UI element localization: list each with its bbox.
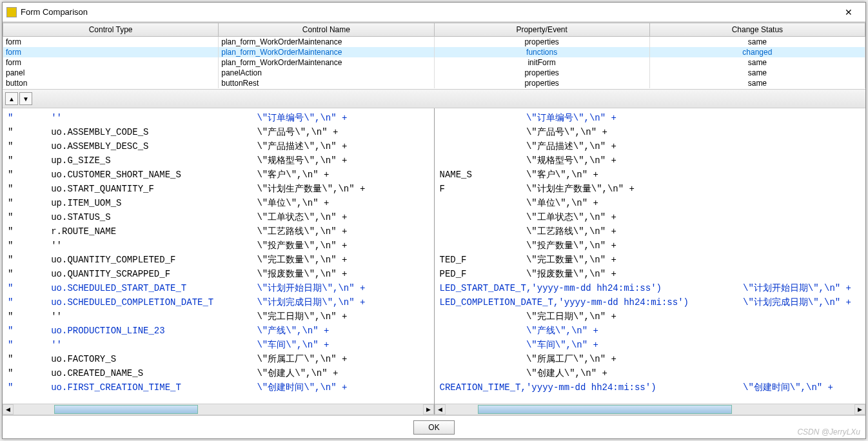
code-line: TED_F \"完工数量\",\n" + [440, 253, 866, 267]
cell: same [649, 57, 865, 68]
cell: form [3, 47, 219, 57]
diff-pane-right[interactable]: \"订单编号\",\n" + \"产品号\",\n" + \"产品描述\",\n… [435, 108, 866, 415]
code-line: " uo.CUSTOMER_SHORT_NAME_S \"客户\",\n" + [8, 168, 434, 182]
button-bar: OK CSDN @JerryLXu [3, 415, 865, 438]
code-line: " uo.START_QUANTITY_F \"计划生产数量\",\n" + [8, 182, 434, 196]
code-line: \"完工日期\",\n" + [440, 309, 866, 324]
cell: properties [434, 68, 649, 78]
hscroll-right[interactable]: ◀▶ [435, 404, 866, 415]
code-line: LED_START_DATE_T,'yyyy-mm-dd hh24:mi:ss'… [440, 281, 866, 295]
code-line: " uo.ASSEMBLY_CODE_S \"产品号\",\n" + [8, 125, 434, 139]
window-title: Form Comparison [21, 7, 88, 17]
code-line: " '' \"订单编号\",\n" + [8, 111, 434, 125]
code-line: \"所属工厂\",\n" + [440, 352, 866, 366]
code-line: \"工单状态\",\n" + [440, 210, 866, 224]
col-header-0[interactable]: Control Type [3, 23, 219, 37]
code-line: NAME_S \"客户\",\n" + [440, 168, 866, 182]
code-line: CREATION_TIME_T,'yyyy-mm-dd hh24:mi:ss')… [440, 380, 866, 395]
code-line: " uo.QUANTITY_COMPLETED_F \"完工数量\",\n" + [8, 253, 434, 267]
code-line: " uo.CREATED_NAME_S \"创建人\",\n" + [8, 366, 434, 380]
close-button[interactable]: ✕ [836, 4, 862, 21]
code-line: \"工艺路线\",\n" + [440, 224, 866, 239]
cell: initForm [434, 57, 649, 68]
code-line: \"单位\",\n" + [440, 196, 866, 210]
cell: panelAction [219, 68, 434, 78]
table-row[interactable]: formplan_form_WorkOrderMaintenanceinitFo… [3, 57, 865, 68]
cell: form [3, 37, 219, 48]
col-header-3[interactable]: Change Status [649, 23, 865, 37]
code-line: \"车间\",\n" + [440, 338, 866, 352]
code-line: " uo.SCHEDULED_START_DATE_T \"计划开始日期\",\… [8, 281, 434, 295]
cell: properties [434, 78, 649, 88]
cell: buttonRest [219, 78, 434, 88]
table-row[interactable]: buttonbuttonRestpropertiessame [3, 78, 865, 88]
watermark: CSDN @JerryLXu [797, 427, 860, 436]
hscroll-left[interactable]: ◀▶ [3, 404, 434, 415]
titlebar: Form Comparison ✕ [3, 3, 865, 22]
cell: changed [649, 47, 865, 57]
cell: button [3, 78, 219, 88]
code-line: " r.ROUTE_NAME \"工艺路线\",\n" + [8, 224, 434, 239]
code-line: LED_COMPLETION_DATE_T,'yyyy-mm-dd hh24:m… [440, 295, 866, 309]
cell: panel [3, 68, 219, 78]
cell: plan_form_WorkOrderMaintenance [219, 47, 434, 57]
cell: plan_form_WorkOrderMaintenance [219, 57, 434, 68]
comparison-table: Control TypeControl NameProperty/EventCh… [3, 22, 865, 89]
code-line: " uo.PRODUCTION_LINE_23 \"产线\",\n" + [8, 324, 434, 338]
cell: form [3, 57, 219, 68]
table-row[interactable]: formplan_form_WorkOrderMaintenancefuncti… [3, 47, 865, 57]
code-line: \"产品号\",\n" + [440, 125, 866, 139]
diff-area: " '' \"订单编号\",\n" +" uo.ASSEMBLY_CODE_S … [3, 108, 865, 415]
code-line: " '' \"完工日期\",\n" + [8, 309, 434, 324]
code-line: \"产品描述\",\n" + [440, 139, 866, 153]
cell: same [649, 68, 865, 78]
code-line: " uo.STATUS_S \"工单状态\",\n" + [8, 210, 434, 224]
code-line: \"订单编号\",\n" + [440, 111, 866, 125]
form-comparison-window: Form Comparison ✕ Control TypeControl Na… [2, 2, 866, 439]
code-line: " uo.QUANTITY_SCRAPPED_F \"报废数量\",\n" + [8, 267, 434, 281]
code-line: " uo.ASSEMBLY_DESC_S \"产品描述\",\n" + [8, 139, 434, 153]
code-line: \"规格型号\",\n" + [440, 153, 866, 168]
code-line: " '' \"投产数量\",\n" + [8, 239, 434, 253]
code-line: " up.G_SIZE_S \"规格型号\",\n" + [8, 153, 434, 168]
code-line: " uo.FACTORY_S \"所属工厂\",\n" + [8, 352, 434, 366]
cell: same [649, 78, 865, 88]
cell: properties [434, 37, 649, 48]
diff-toolbar: ▲ ▼ [3, 89, 865, 108]
next-diff-button[interactable]: ▼ [19, 92, 32, 105]
app-icon [6, 7, 17, 17]
cell: functions [434, 47, 649, 57]
table-row[interactable]: panelpanelActionpropertiessame [3, 68, 865, 78]
code-line: \"创建人\",\n" + [440, 366, 866, 380]
col-header-1[interactable]: Control Name [219, 23, 434, 37]
code-line: " uo.SCHEDULED_COMPLETION_DATE_T \"计划完成日… [8, 295, 434, 309]
code-line: F \"计划生产数量\",\n" + [440, 182, 866, 196]
diff-pane-left[interactable]: " '' \"订单编号\",\n" +" uo.ASSEMBLY_CODE_S … [3, 108, 435, 415]
ok-button[interactable]: OK [413, 420, 454, 435]
table-row[interactable]: formplan_form_WorkOrderMaintenanceproper… [3, 37, 865, 48]
code-line: \"投产数量\",\n" + [440, 239, 866, 253]
col-header-2[interactable]: Property/Event [434, 23, 649, 37]
cell: plan_form_WorkOrderMaintenance [219, 37, 434, 48]
prev-diff-button[interactable]: ▲ [5, 92, 18, 105]
code-line: " uo.FIRST_CREATION_TIME_T \"创建时间\",\n" … [8, 380, 434, 395]
code-line: PED_F \"报废数量\",\n" + [440, 267, 866, 281]
cell: same [649, 37, 865, 48]
code-line: \"产线\",\n" + [440, 324, 866, 338]
code-line: " up.ITEM_UOM_S \"单位\",\n" + [8, 196, 434, 210]
code-line: " '' \"车间\",\n" + [8, 338, 434, 352]
